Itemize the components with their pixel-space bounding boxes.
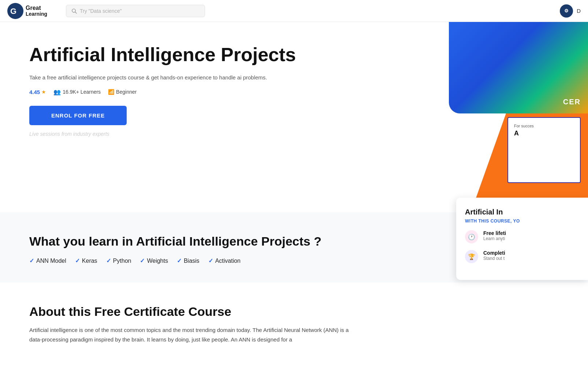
learners-text: 16.9K+ Learners: [63, 89, 101, 95]
feature-texts: Free lifeti Learn anyti: [483, 230, 506, 241]
learn-tag-label: ANN Model: [36, 258, 66, 264]
search-bar[interactable]: [66, 5, 205, 17]
great-learning-logo-icon: G: [7, 3, 23, 19]
learn-tag: ✓Python: [106, 257, 131, 264]
feature-desc: Stand out t: [483, 256, 505, 261]
header-user-label: D: [577, 8, 581, 14]
learn-tag-label: Biasis: [184, 258, 200, 264]
sticky-feature: 🕐 Free lifeti Learn anyti: [465, 230, 579, 243]
check-icon: ✓: [75, 257, 80, 264]
sticky-card-title: Artificial In: [465, 208, 579, 216]
learn-tag: ✓Activation: [208, 257, 241, 264]
learn-tag: ✓Weights: [140, 257, 168, 264]
trophy-icon: 🏆: [465, 250, 478, 263]
hero-content: Artificial Intelligence Projects Take a …: [29, 44, 315, 137]
check-icon: ✓: [208, 257, 213, 264]
learn-tag: ✓Biasis: [177, 257, 200, 264]
learn-tag-label: Python: [113, 258, 131, 264]
hero-decorative-right: CER For succes A: [427, 22, 588, 212]
feature-desc: Learn anyti: [483, 236, 506, 241]
rating: 4.45 ★: [29, 89, 46, 95]
user-initial: ⚙: [564, 8, 569, 14]
hero-meta: 4.45 ★ 👥 16.9K+ Learners 📶 Beginner: [29, 89, 315, 96]
main-content: Artificial Intelligence Projects Take a …: [0, 22, 588, 362]
logo[interactable]: G Great Learning: [7, 3, 59, 19]
about-text: Artificial intelligence is one of the mo…: [29, 325, 359, 344]
logo-great-text: Great: [26, 5, 47, 11]
feature-title: Completi: [483, 250, 505, 256]
level-icon: 📶: [108, 89, 114, 95]
enrol-button[interactable]: ENROL FOR FREE: [29, 106, 127, 125]
svg-text:G: G: [10, 7, 16, 16]
about-section: About this Free Certificate Course Artif…: [0, 283, 588, 362]
learn-tag: ✓Keras: [75, 257, 97, 264]
svg-line-3: [75, 12, 77, 13]
course-level: 📶 Beginner: [108, 89, 137, 95]
sticky-card-subtitle: WITH THIS COURSE, YO: [465, 219, 579, 224]
site-header: G Great Learning ⚙ D: [0, 0, 588, 22]
cert-box-a: A: [514, 130, 574, 137]
check-icon: ✓: [29, 257, 34, 264]
cert-label: CER: [563, 98, 581, 106]
hero-title: Artificial Intelligence Projects: [29, 44, 315, 66]
logo-learning-text: Learning: [26, 11, 47, 17]
sticky-feature: 🏆 Completi Stand out t: [465, 250, 579, 263]
rating-number: 4.45: [29, 89, 40, 95]
level-text: Beginner: [116, 89, 137, 95]
header-right: ⚙ D: [560, 4, 581, 18]
check-icon: ✓: [177, 257, 182, 264]
check-icon: ✓: [106, 257, 111, 264]
learn-tag-label: Activation: [215, 258, 241, 264]
hero-description: Take a free artificial intelligence proj…: [29, 73, 278, 82]
learners-icon: 👥: [53, 89, 61, 96]
about-title: About this Free Certificate Course: [29, 305, 559, 319]
user-avatar[interactable]: ⚙: [560, 4, 573, 18]
search-input[interactable]: [80, 8, 200, 14]
clock-icon: 🕐: [465, 230, 478, 243]
learn-tag-label: Keras: [82, 258, 97, 264]
learn-section: What you learn in Artificial Intelligenc…: [0, 212, 588, 283]
cert-card-top: CER: [449, 22, 588, 113]
hero-section: Artificial Intelligence Projects Take a …: [0, 22, 588, 212]
sticky-card: Artificial In WITH THIS COURSE, YO 🕐 Fre…: [456, 198, 588, 280]
learn-tag: ✓ANN Model: [29, 257, 66, 264]
cert-box-for: For succes: [514, 124, 574, 128]
cert-box: For succes A: [507, 117, 581, 183]
search-icon: [71, 8, 77, 14]
feature-texts: Completi Stand out t: [483, 250, 505, 261]
check-icon: ✓: [140, 257, 145, 264]
learners-count: 👥 16.9K+ Learners: [53, 89, 101, 96]
star-icon: ★: [41, 89, 46, 95]
learn-tag-label: Weights: [147, 258, 168, 264]
live-sessions-text: Live sessions from industry experts: [29, 131, 315, 137]
feature-title: Free lifeti: [483, 230, 506, 236]
